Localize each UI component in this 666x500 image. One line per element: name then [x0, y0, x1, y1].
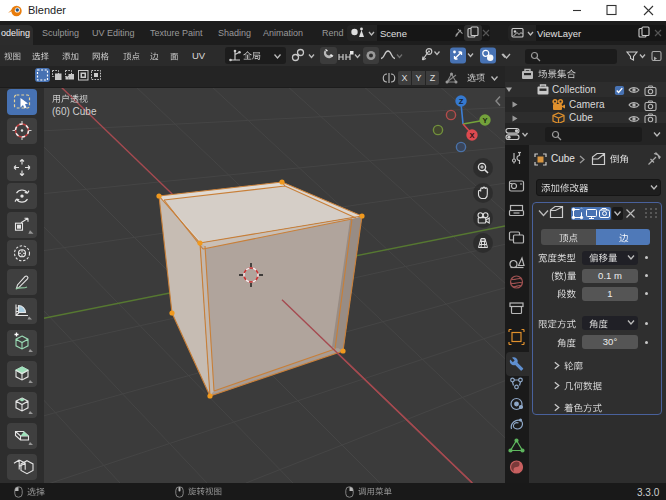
svg-text:Z: Z	[459, 97, 464, 106]
svg-text:X: X	[469, 131, 474, 140]
svg-text:Y: Y	[482, 116, 487, 125]
